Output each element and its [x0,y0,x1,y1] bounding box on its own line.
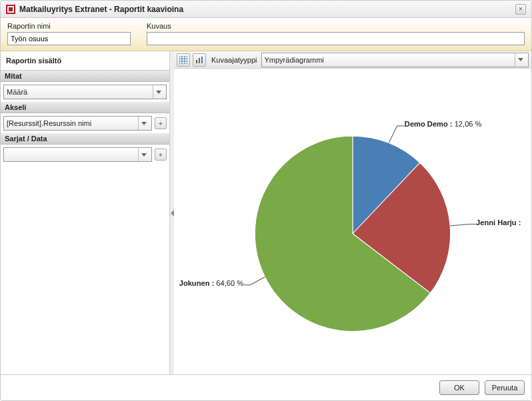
axis-add-button[interactable]: + [155,117,167,129]
report-name-input[interactable] [7,32,131,45]
label-demo: Demo Demo : 12,06 % [405,120,519,128]
label-jokunen-value: 64,60 % [216,279,243,287]
label-jenni: Jenni Harju : [476,218,531,226]
axis-combo-value: [Resurssit].Resurssin nimi [7,119,91,127]
left-panel: Raportin sisältö Mitat Määrä Akseli [Res… [1,51,170,374]
ok-button[interactable]: OK [439,380,479,395]
measures-combo[interactable]: Määrä [3,85,167,99]
window-title: Matkailuyritys Extranet - Raportit kaavi… [19,5,183,14]
plus-icon: + [159,151,163,159]
svg-rect-7 [201,57,203,63]
measures-header: Mitat [1,71,169,82]
bar-chart-icon [195,56,203,64]
series-body: + [1,145,169,165]
label-demo-value: 12,06 % [455,120,482,128]
description-column: Kuvaus [147,22,525,45]
leader-line-demo [389,126,405,143]
axis-header: Akseli [1,102,169,113]
svg-rect-5 [196,60,197,63]
dialog-window: Matkailuyritys Extranet - Raportit kaavi… [0,0,532,401]
right-panel: Kuvaajatyyppi Ympyrädiagrammi [174,51,531,374]
chart-type-combo[interactable]: Ympyrädiagrammi [261,53,529,67]
svg-rect-0 [179,56,187,64]
series-header: Sarjat / Data [1,133,169,145]
report-name-label: Raportin nimi [7,22,131,30]
chevron-down-icon [138,148,149,161]
chevron-down-icon [153,85,163,99]
description-label: Kuvaus [147,22,525,30]
cancel-button[interactable]: Peruuta [485,380,525,395]
measures-combo-value: Määrä [7,88,27,96]
body: Raportin sisältö Mitat Määrä Akseli [Res… [1,51,531,374]
label-demo-name: Demo Demo : [405,120,453,128]
close-button[interactable]: × [515,4,526,15]
plus-icon: + [159,120,163,127]
series-combo[interactable] [3,147,152,162]
report-name-column: Raportin nimi [7,22,131,45]
chart-type-label: Kuvaajatyyppi [211,56,257,64]
series-add-button[interactable]: + [155,149,167,161]
svg-rect-6 [199,58,200,63]
close-icon: × [519,5,523,13]
leader-line-jenni [450,224,476,226]
cancel-button-label: Peruuta [492,384,518,392]
chart-toolbar: Kuvaajatyyppi Ympyrädiagrammi [174,51,531,69]
leader-line-jokunen [243,277,265,285]
axis-body: [Resurssit].Resurssin nimi + [1,113,169,133]
chart-type-value: Ympyrädiagrammi [265,56,324,64]
pie-chart: Demo Demo : 12,06 % Jenni Harju : Jokune… [174,69,531,372]
label-jokunen: Jokunen : 64,60 % [174,279,243,287]
label-jokunen-name: Jokunen : [179,279,215,287]
chevron-down-icon [138,117,149,130]
table-view-button[interactable] [177,53,190,67]
app-icon [6,5,15,14]
chart-area: Demo Demo : 12,06 % Jenni Harju : Jokune… [174,69,531,374]
axis-combo[interactable]: [Resurssit].Resurssin nimi [3,116,152,131]
header-band: Raportin nimi Kuvaus [1,18,531,51]
chevron-down-icon [515,53,525,67]
ok-button-label: OK [454,384,465,392]
description-input[interactable] [147,32,525,45]
label-jenni-name: Jenni Harju : [476,218,521,226]
footer: OK Peruuta [1,374,531,400]
chart-view-button[interactable] [193,53,206,67]
table-icon [179,56,187,64]
left-panel-title: Raportin sisältö [1,51,169,71]
titlebar: Matkailuyritys Extranet - Raportit kaavi… [1,1,531,18]
measures-body: Määrä [1,82,169,102]
